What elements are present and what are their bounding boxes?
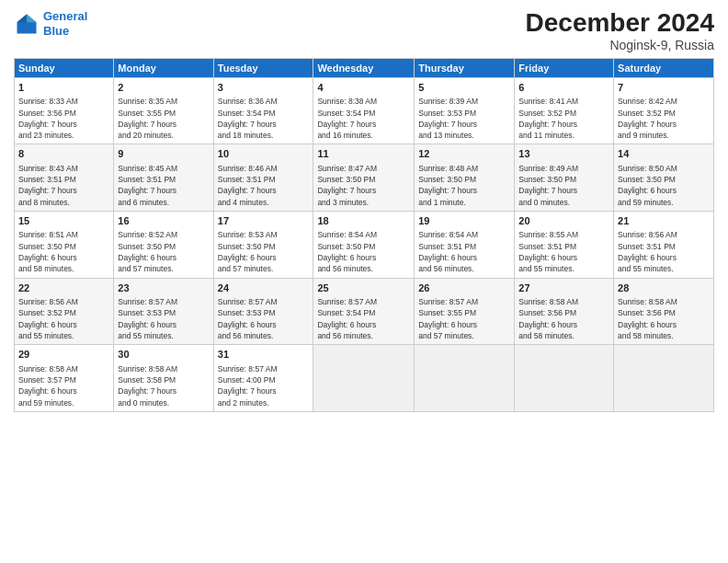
day-number: 14: [618, 147, 710, 161]
day-number: 2: [118, 81, 209, 95]
day-info: Sunrise: 8:49 AM Sunset: 3:50 PM Dayligh…: [518, 163, 609, 208]
day-info: Sunrise: 8:41 AM Sunset: 3:52 PM Dayligh…: [518, 96, 609, 141]
day-info: Sunrise: 8:39 AM Sunset: 3:53 PM Dayligh…: [418, 96, 510, 141]
day-number: 10: [218, 147, 310, 161]
table-row: 26Sunrise: 8:57 AM Sunset: 3:55 PM Dayli…: [415, 278, 515, 345]
table-row: [515, 345, 614, 412]
col-friday: Friday: [515, 58, 614, 77]
table-row: 31Sunrise: 8:57 AM Sunset: 4:00 PM Dayli…: [213, 345, 313, 412]
calendar-week-row: 1Sunrise: 8:33 AM Sunset: 3:56 PM Daylig…: [15, 77, 714, 144]
col-tuesday: Tuesday: [213, 58, 313, 77]
table-row: [313, 345, 415, 412]
table-row: 21Sunrise: 8:56 AM Sunset: 3:51 PM Dayli…: [614, 212, 714, 279]
col-monday: Monday: [114, 58, 213, 77]
table-row: 10Sunrise: 8:46 AM Sunset: 3:51 PM Dayli…: [213, 144, 313, 212]
day-info: Sunrise: 8:54 AM Sunset: 3:50 PM Dayligh…: [317, 229, 410, 274]
day-number: 21: [618, 214, 710, 228]
day-number: 15: [18, 214, 109, 228]
day-info: Sunrise: 8:57 AM Sunset: 3:53 PM Dayligh…: [118, 296, 209, 341]
day-number: 22: [18, 282, 109, 295]
col-thursday: Thursday: [415, 58, 515, 77]
table-row: 30Sunrise: 8:58 AM Sunset: 3:58 PM Dayli…: [114, 345, 213, 412]
logo: General Blue: [14, 9, 87, 38]
day-number: 3: [218, 81, 310, 95]
table-row: 12Sunrise: 8:48 AM Sunset: 3:50 PM Dayli…: [415, 144, 515, 212]
calendar-week-row: 8Sunrise: 8:43 AM Sunset: 3:51 PM Daylig…: [15, 144, 714, 212]
day-info: Sunrise: 8:46 AM Sunset: 3:51 PM Dayligh…: [218, 163, 310, 208]
day-info: Sunrise: 8:36 AM Sunset: 3:54 PM Dayligh…: [218, 96, 310, 141]
table-row: 18Sunrise: 8:54 AM Sunset: 3:50 PM Dayli…: [313, 212, 415, 279]
day-number: 30: [118, 348, 209, 362]
calendar-header-row: Sunday Monday Tuesday Wednesday Thursday…: [15, 58, 714, 77]
table-row: 2Sunrise: 8:35 AM Sunset: 3:55 PM Daylig…: [114, 77, 213, 144]
table-row: 19Sunrise: 8:54 AM Sunset: 3:51 PM Dayli…: [415, 212, 515, 279]
day-number: 26: [418, 282, 510, 295]
table-row: 23Sunrise: 8:57 AM Sunset: 3:53 PM Dayli…: [114, 278, 213, 345]
day-number: 31: [218, 348, 310, 362]
subtitle: Noginsk-9, Russia: [526, 38, 714, 52]
table-row: 24Sunrise: 8:57 AM Sunset: 3:53 PM Dayli…: [213, 278, 313, 345]
day-info: Sunrise: 8:54 AM Sunset: 3:51 PM Dayligh…: [418, 229, 510, 274]
table-row: 28Sunrise: 8:58 AM Sunset: 3:56 PM Dayli…: [614, 278, 714, 345]
table-row: 1Sunrise: 8:33 AM Sunset: 3:56 PM Daylig…: [15, 77, 114, 144]
table-row: 14Sunrise: 8:50 AM Sunset: 3:50 PM Dayli…: [614, 144, 714, 212]
day-info: Sunrise: 8:53 AM Sunset: 3:50 PM Dayligh…: [218, 229, 310, 274]
day-number: 7: [618, 81, 710, 95]
day-number: 4: [317, 81, 410, 95]
table-row: 9Sunrise: 8:45 AM Sunset: 3:51 PM Daylig…: [114, 144, 213, 212]
day-info: Sunrise: 8:56 AM Sunset: 3:51 PM Dayligh…: [618, 229, 710, 274]
logo-icon: [14, 11, 40, 37]
day-number: 19: [418, 214, 510, 228]
day-info: Sunrise: 8:43 AM Sunset: 3:51 PM Dayligh…: [18, 163, 109, 208]
table-row: 15Sunrise: 8:51 AM Sunset: 3:50 PM Dayli…: [15, 212, 114, 279]
day-info: Sunrise: 8:58 AM Sunset: 3:57 PM Dayligh…: [18, 363, 109, 408]
day-info: Sunrise: 8:58 AM Sunset: 3:58 PM Dayligh…: [118, 363, 209, 408]
calendar-week-row: 29Sunrise: 8:58 AM Sunset: 3:57 PM Dayli…: [15, 345, 714, 412]
table-row: 20Sunrise: 8:55 AM Sunset: 3:51 PM Dayli…: [515, 212, 614, 279]
day-info: Sunrise: 8:47 AM Sunset: 3:50 PM Dayligh…: [317, 163, 410, 208]
day-info: Sunrise: 8:57 AM Sunset: 3:55 PM Dayligh…: [418, 296, 510, 341]
day-number: 13: [518, 147, 609, 161]
day-info: Sunrise: 8:57 AM Sunset: 4:00 PM Dayligh…: [218, 363, 310, 408]
day-info: Sunrise: 8:51 AM Sunset: 3:50 PM Dayligh…: [18, 229, 109, 274]
day-number: 11: [317, 147, 410, 161]
logo-line1: General: [43, 9, 87, 23]
logo-text: General Blue: [43, 9, 87, 38]
day-number: 17: [218, 214, 310, 228]
day-number: 24: [218, 282, 310, 295]
title-block: December 2024 Noginsk-9, Russia: [526, 9, 714, 52]
day-number: 23: [118, 282, 209, 295]
calendar-week-row: 15Sunrise: 8:51 AM Sunset: 3:50 PM Dayli…: [15, 212, 714, 279]
table-row: 5Sunrise: 8:39 AM Sunset: 3:53 PM Daylig…: [415, 77, 515, 144]
logo-line2: Blue: [43, 24, 69, 38]
day-number: 8: [18, 147, 109, 161]
table-row: 25Sunrise: 8:57 AM Sunset: 3:54 PM Dayli…: [313, 278, 415, 345]
calendar-table: Sunday Monday Tuesday Wednesday Thursday…: [14, 58, 714, 412]
day-info: Sunrise: 8:42 AM Sunset: 3:52 PM Dayligh…: [618, 96, 710, 141]
table-row: 29Sunrise: 8:58 AM Sunset: 3:57 PM Dayli…: [15, 345, 114, 412]
table-row: 8Sunrise: 8:43 AM Sunset: 3:51 PM Daylig…: [15, 144, 114, 212]
day-info: Sunrise: 8:58 AM Sunset: 3:56 PM Dayligh…: [618, 296, 710, 341]
main-title: December 2024: [526, 9, 714, 38]
calendar-week-row: 22Sunrise: 8:56 AM Sunset: 3:52 PM Dayli…: [15, 278, 714, 345]
day-number: 29: [18, 348, 109, 362]
day-info: Sunrise: 8:45 AM Sunset: 3:51 PM Dayligh…: [118, 163, 209, 208]
table-row: 7Sunrise: 8:42 AM Sunset: 3:52 PM Daylig…: [614, 77, 714, 144]
svg-marker-1: [27, 14, 37, 22]
table-row: 11Sunrise: 8:47 AM Sunset: 3:50 PM Dayli…: [313, 144, 415, 212]
day-info: Sunrise: 8:48 AM Sunset: 3:50 PM Dayligh…: [418, 163, 510, 208]
page: General Blue December 2024 Noginsk-9, Ru…: [0, 0, 728, 563]
table-row: 27Sunrise: 8:58 AM Sunset: 3:56 PM Dayli…: [515, 278, 614, 345]
day-info: Sunrise: 8:38 AM Sunset: 3:54 PM Dayligh…: [317, 96, 410, 141]
day-number: 20: [518, 214, 609, 228]
day-info: Sunrise: 8:35 AM Sunset: 3:55 PM Dayligh…: [118, 96, 209, 141]
day-number: 25: [317, 282, 410, 295]
day-number: 9: [118, 147, 209, 161]
table-row: 13Sunrise: 8:49 AM Sunset: 3:50 PM Dayli…: [515, 144, 614, 212]
day-info: Sunrise: 8:57 AM Sunset: 3:53 PM Dayligh…: [218, 296, 310, 341]
table-row: 4Sunrise: 8:38 AM Sunset: 3:54 PM Daylig…: [313, 77, 415, 144]
day-number: 18: [317, 214, 410, 228]
day-info: Sunrise: 8:56 AM Sunset: 3:52 PM Dayligh…: [18, 296, 109, 341]
svg-marker-2: [17, 14, 28, 22]
col-saturday: Saturday: [614, 58, 714, 77]
